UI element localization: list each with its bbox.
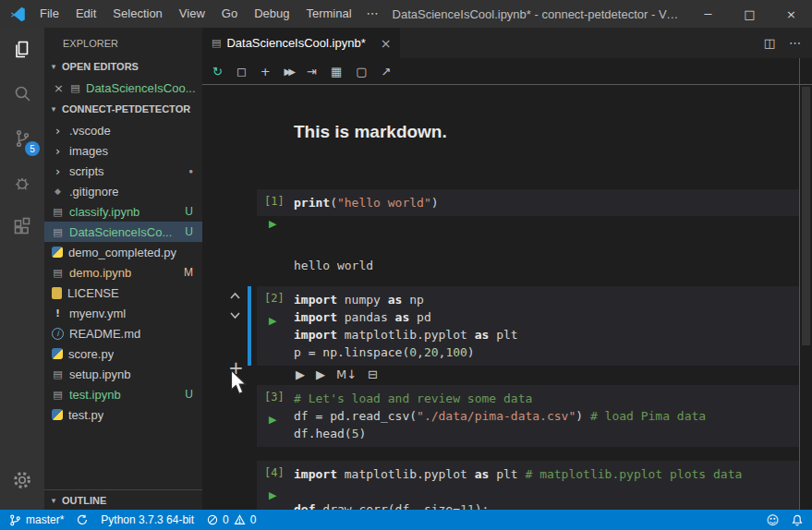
code-cell-1[interactable]: [1] ▶ print("hello world") <box>257 189 800 216</box>
file--vscode[interactable]: ›.vscode <box>44 120 202 140</box>
file-label: setup.ipynb <box>69 367 131 381</box>
save-icon[interactable]: ▢ <box>356 65 367 78</box>
add-cell-icon[interactable]: + <box>261 65 271 78</box>
notebook-icon: ▤ <box>69 82 81 94</box>
warnings-icon <box>234 514 246 525</box>
run-cell-button[interactable]: ▶ <box>269 414 276 426</box>
cell-code[interactable]: import matplotlib.pyplot as plt # matplo… <box>294 461 800 510</box>
warnings-count: 0 <box>250 513 257 526</box>
source-control-icon[interactable]: 5 <box>0 116 44 161</box>
outline-label: OUTLINE <box>62 495 106 506</box>
feedback-smiley-icon[interactable]: ☺ <box>766 513 779 527</box>
file-label: demo_completed.py <box>68 246 176 259</box>
open-editor-item[interactable]: × ▤ DataScienceIsCoo... <box>44 78 202 98</box>
menu-go[interactable]: Go <box>213 0 246 28</box>
mouse-cursor <box>230 369 248 396</box>
file-label: score.py <box>68 347 114 361</box>
file--gitignore[interactable]: ◆.gitignore <box>44 181 202 201</box>
run-below-icon[interactable]: ⇥ <box>307 65 317 78</box>
close-tab-icon[interactable]: × <box>381 36 392 51</box>
run-cell-button[interactable]: ▶ <box>269 218 276 230</box>
restart-kernel-icon[interactable]: ↻ <box>212 65 223 78</box>
explorer-icon[interactable] <box>0 28 44 72</box>
collapse-cell-icon[interactable] <box>229 292 241 300</box>
notebook-toolbar: ↻◻+▶▶⇥▦▢↗ <box>202 58 812 85</box>
run-cell-button[interactable]: ▶ <box>269 315 276 327</box>
file-test-py[interactable]: test.py <box>44 404 202 425</box>
python-interpreter-item[interactable]: Python 3.7.3 64-bit <box>101 513 194 526</box>
file-demo-completed-py[interactable]: demo_completed.py <box>44 242 202 262</box>
notebook-icon: ▤ <box>52 206 64 218</box>
menu-file[interactable]: File <box>31 0 67 28</box>
open-editors-label: OPEN EDITORS <box>62 61 139 72</box>
vscode-logo-icon <box>4 6 31 22</box>
file-images[interactable]: ›images <box>44 140 202 161</box>
file-setup-ipynb[interactable]: ▤setup.ipynb <box>44 364 202 384</box>
notebook-icon: ▤ <box>52 368 64 380</box>
sync-item[interactable] <box>77 514 88 525</box>
file-scripts[interactable]: ›scripts● <box>44 161 202 181</box>
file-label: .gitignore <box>69 185 118 199</box>
file-score-py[interactable]: score.py <box>44 343 202 364</box>
cell-gutter: [3] ▶ <box>257 385 294 447</box>
close-button[interactable]: × <box>770 0 812 28</box>
workspace-header[interactable]: ▾ CONNECT-PETDETECTOR <box>44 98 202 120</box>
close-editor-icon[interactable]: × <box>53 81 65 95</box>
sync-icon <box>77 514 88 525</box>
git-status-badge: M <box>184 266 193 279</box>
menu-selection[interactable]: Selection <box>104 0 170 28</box>
status-bar-right: ☺ <box>766 513 803 527</box>
code-cell-4[interactable]: [4] ▶ import matplotlib.pyplot as plt # … <box>257 461 800 510</box>
code-cell-3[interactable]: [3] ▶ # Let's load and review some datad… <box>257 385 800 447</box>
file-myenv-yml[interactable]: !myenv.yml <box>44 303 202 323</box>
section-chevron-icon: ▾ <box>48 104 59 114</box>
open-editors-header[interactable]: ▾ OPEN EDITORS <box>44 55 202 78</box>
file-test-ipynb[interactable]: ▤test.ipynbU <box>44 384 202 404</box>
debug-icon[interactable] <box>0 161 44 205</box>
menu-edit[interactable]: Edit <box>67 0 104 28</box>
delete-cell-icon[interactable]: ⊟ <box>368 367 378 381</box>
menu-overflow-icon[interactable]: ⋯ <box>360 0 385 28</box>
to-markdown-icon[interactable]: M↓ <box>336 367 357 381</box>
file-classify-ipynb[interactable]: ▤classify.ipynbU <box>44 201 202 222</box>
maximize-button[interactable]: □ <box>729 0 770 28</box>
errors-icon <box>207 514 218 525</box>
run-next-icon[interactable]: ▶ <box>316 367 325 381</box>
run-cell-icon[interactable]: ▶ <box>296 367 305 381</box>
file-readme-md[interactable]: iREADME.md <box>44 323 202 343</box>
git-branch-item[interactable]: master* <box>9 513 64 526</box>
interrupt-kernel-icon[interactable]: ◻ <box>236 65 247 78</box>
menu-terminal[interactable]: Terminal <box>297 0 359 28</box>
cell-code[interactable]: print("hello world") <box>294 189 800 216</box>
markdown-heading: This is markdown. <box>294 122 447 142</box>
notifications-bell-icon[interactable] <box>792 514 803 526</box>
minimize-button[interactable]: ─ <box>687 0 729 28</box>
sidebar-title: EXPLORER <box>44 28 202 55</box>
settings-gear-icon[interactable] <box>0 458 44 502</box>
search-icon[interactable] <box>0 72 44 116</box>
python-icon <box>52 247 63 258</box>
problems-item[interactable]: 0 0 <box>207 513 256 526</box>
tab-datascienceiscool[interactable]: ▤ DataScienceIsCool.ipynb* × <box>202 28 400 58</box>
scrollbar-thumb[interactable] <box>802 87 810 345</box>
menu-view[interactable]: View <box>171 0 213 28</box>
file-datascienceisco-[interactable]: ▤DataScienceIsCo...U <box>44 222 202 242</box>
run-cell-button[interactable]: ▶ <box>269 489 276 501</box>
menu-debug[interactable]: Debug <box>246 0 297 28</box>
file-label: images <box>69 144 108 158</box>
more-actions-icon[interactable]: ⋯ <box>789 36 801 50</box>
window-controls: ─ □ × <box>687 0 812 28</box>
outline-header[interactable]: ▾ OUTLINE <box>44 489 202 510</box>
code-cell-2[interactable]: [2] ▶ import numpy as npimport pandas as… <box>257 286 800 366</box>
cell-code[interactable]: import numpy as npimport pandas as pdimp… <box>294 286 800 366</box>
split-editor-icon[interactable]: ◫ <box>764 36 775 50</box>
execution-count: [2] <box>264 292 285 305</box>
file-license[interactable]: LICENSE <box>44 283 202 303</box>
cell-code[interactable]: # Let's load and review some datadf = pd… <box>294 385 800 447</box>
variable-explorer-icon[interactable]: ▦ <box>331 65 342 78</box>
run-all-icon[interactable]: ▶▶ <box>285 66 293 77</box>
file-demo-ipynb[interactable]: ▤demo.ipynbM <box>44 262 202 283</box>
expand-cell-icon[interactable] <box>229 311 241 319</box>
extensions-icon[interactable] <box>0 205 44 249</box>
export-icon[interactable]: ↗ <box>382 65 392 78</box>
